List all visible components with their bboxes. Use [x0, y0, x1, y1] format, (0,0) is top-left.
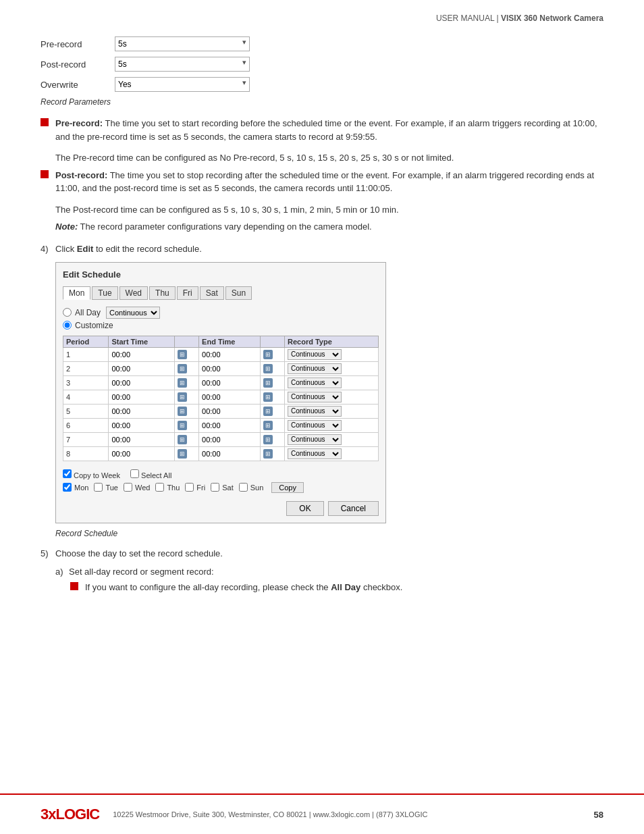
footer-page: 58: [594, 810, 603, 820]
bullet-item-2: Post-record: The time you set to stop re…: [41, 169, 603, 195]
record-type-select[interactable]: Continuous: [288, 377, 342, 388]
copy-button[interactable]: Copy: [271, 482, 304, 493]
copy-fri-checkbox[interactable]: [185, 483, 194, 492]
ok-button[interactable]: OK: [286, 501, 323, 516]
table-row: 3 ⊞ ⊞ Continuous: [63, 375, 379, 390]
end-time-input[interactable]: [202, 350, 229, 359]
record-params-form: Pre-record 5s Post-record 5s Overwrite Y…: [41, 36, 603, 107]
start-time-input[interactable]: [111, 407, 138, 415]
tab-sun[interactable]: Sun: [225, 286, 252, 300]
post-record-row: Post-record 5s: [41, 57, 603, 72]
overwrite-select[interactable]: Yes: [115, 77, 250, 92]
end-time-input[interactable]: [202, 421, 229, 429]
copy-to-week-checkbox[interactable]: [63, 469, 72, 478]
record-type-select[interactable]: Continuous: [288, 406, 342, 417]
table-row: 6 ⊞ ⊞ Continuous: [63, 418, 379, 432]
pre-record-select-wrapper[interactable]: 5s: [115, 36, 250, 51]
start-time-icon[interactable]: ⊞: [178, 392, 187, 402]
content-section: Pre-record: The time you set to start re…: [41, 117, 603, 234]
tab-wed[interactable]: Wed: [119, 286, 148, 300]
step5a-bullet-square: [70, 582, 78, 590]
bullet2-bold: Post-record:: [55, 170, 107, 180]
tab-fri[interactable]: Fri: [177, 286, 198, 300]
start-time-input[interactable]: [111, 450, 138, 458]
start-time-icon[interactable]: ⊞: [178, 435, 187, 444]
copy-sat-label: Sat: [222, 484, 234, 492]
record-type-select[interactable]: Continuous: [288, 363, 342, 374]
cell-record-type: Continuous: [285, 404, 379, 418]
start-time-input[interactable]: [111, 379, 138, 387]
cell-start-time: [109, 375, 175, 390]
end-time-icon[interactable]: ⊞: [263, 407, 273, 416]
start-time-input[interactable]: [111, 350, 138, 359]
cell-start-icon: ⊞: [175, 347, 199, 361]
start-time-icon[interactable]: ⊞: [178, 407, 187, 416]
start-time-input[interactable]: [111, 393, 138, 401]
end-time-icon[interactable]: ⊞: [263, 364, 273, 373]
allday-radio-row: All Day Continuous: [63, 307, 379, 319]
start-time-input[interactable]: [111, 421, 138, 429]
cell-end-time: [199, 446, 261, 461]
end-time-input[interactable]: [202, 450, 229, 458]
tab-mon[interactable]: Mon: [63, 286, 90, 300]
copy-mon-checkbox[interactable]: [63, 483, 72, 492]
allday-type-select[interactable]: Continuous: [106, 307, 160, 319]
cell-start-icon: ⊞: [175, 375, 199, 390]
end-time-icon[interactable]: ⊞: [263, 378, 273, 388]
end-time-icon[interactable]: ⊞: [263, 350, 273, 359]
copy-sun-checkbox[interactable]: [239, 483, 248, 492]
pre-record-select[interactable]: 5s: [115, 36, 250, 51]
dialog-wrapper: Edit Schedule Mon Tue Wed Thu Fri Sat Su…: [55, 262, 603, 538]
cancel-button[interactable]: Cancel: [328, 501, 379, 516]
overwrite-select-wrapper[interactable]: Yes: [115, 77, 250, 92]
step5a-text: Set all-day record or segment record:: [69, 567, 214, 577]
tab-tue[interactable]: Tue: [92, 286, 117, 300]
end-time-input[interactable]: [202, 365, 229, 373]
dialog-title: Edit Schedule: [63, 269, 379, 280]
cell-record-type: Continuous: [285, 347, 379, 361]
end-time-input[interactable]: [202, 393, 229, 401]
select-all-checkbox[interactable]: [130, 469, 139, 478]
table-row: 5 ⊞ ⊞ Continuous: [63, 404, 379, 418]
copy-section: Copy to Week Select All Mon Tue Wed Thu …: [63, 467, 379, 496]
table-row: 2 ⊞ ⊞ Continuous: [63, 361, 379, 375]
record-type-select[interactable]: Continuous: [288, 434, 342, 445]
copy-sat-checkbox[interactable]: [211, 483, 219, 492]
table-row: 8 ⊞ ⊞ Continuous: [63, 446, 379, 461]
start-time-input[interactable]: [111, 436, 138, 444]
post-record-select[interactable]: 5s: [115, 57, 250, 72]
cell-period: 2: [63, 361, 109, 375]
record-type-select[interactable]: Continuous: [288, 448, 342, 459]
end-time-input[interactable]: [202, 436, 229, 444]
end-time-icon[interactable]: ⊞: [263, 421, 273, 430]
copy-tue-label: Tue: [105, 484, 118, 492]
start-time-icon[interactable]: ⊞: [178, 449, 187, 459]
post-record-select-wrapper[interactable]: 5s: [115, 57, 250, 72]
allday-radio[interactable]: [63, 308, 72, 317]
end-time-input[interactable]: [202, 379, 229, 387]
tab-sat[interactable]: Sat: [200, 286, 224, 300]
copy-wed-checkbox[interactable]: [124, 483, 132, 492]
record-type-select[interactable]: Continuous: [288, 392, 342, 402]
cell-record-type: Continuous: [285, 418, 379, 432]
cell-record-type: Continuous: [285, 390, 379, 404]
copy-tue-checkbox[interactable]: [94, 483, 103, 492]
customize-radio[interactable]: [63, 321, 72, 330]
start-time-icon[interactable]: ⊞: [178, 421, 187, 430]
start-time-input[interactable]: [111, 365, 138, 373]
start-time-icon[interactable]: ⊞: [178, 364, 187, 373]
cell-end-icon: ⊞: [261, 390, 285, 404]
tab-thu[interactable]: Thu: [149, 286, 176, 300]
cell-start-icon: ⊞: [175, 418, 199, 432]
start-time-icon[interactable]: ⊞: [178, 350, 187, 359]
record-type-select[interactable]: Continuous: [288, 349, 342, 360]
page-footer: 3xLOGIC 10225 Westmoor Drive, Suite 300,…: [0, 793, 644, 834]
end-time-input[interactable]: [202, 407, 229, 415]
copy-sun-label: Sun: [250, 484, 264, 492]
start-time-icon[interactable]: ⊞: [178, 378, 187, 388]
end-time-icon[interactable]: ⊞: [263, 435, 273, 444]
end-time-icon[interactable]: ⊞: [263, 392, 273, 402]
record-type-select[interactable]: Continuous: [288, 420, 342, 431]
end-time-icon[interactable]: ⊞: [263, 449, 273, 459]
copy-thu-checkbox[interactable]: [155, 483, 164, 492]
